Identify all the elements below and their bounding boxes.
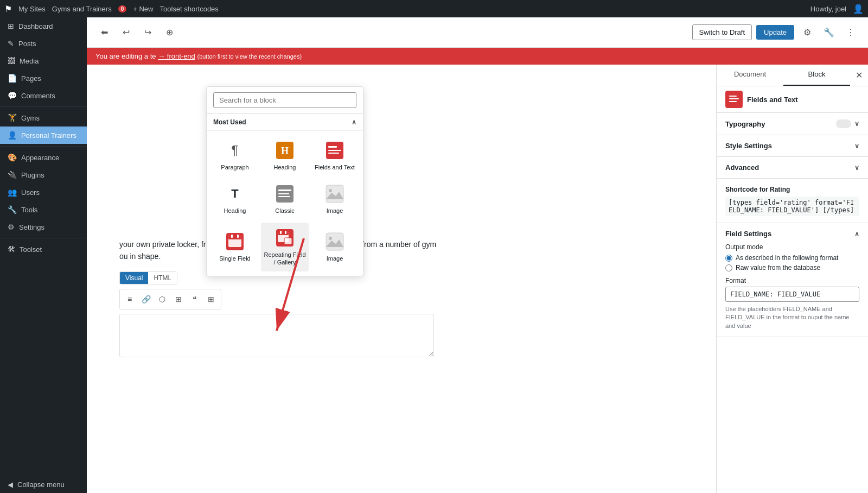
block-item-paragraph[interactable]: ¶ Paragraph bbox=[211, 135, 259, 176]
block-grid-most-used: ¶ Paragraph H bbox=[207, 131, 363, 276]
my-sites-link[interactable]: My Sites bbox=[18, 5, 46, 13]
settings-icon: ⚙ bbox=[8, 223, 15, 231]
avatar-icon[interactable]: 👤 bbox=[853, 4, 864, 14]
radio-raw-value-input[interactable] bbox=[725, 264, 732, 271]
media-icon: 🖼 bbox=[8, 56, 15, 65]
editor-toolbar: ≡ 🔗 ⬡ ⊞ ❝ ⊞ bbox=[119, 289, 221, 309]
field-settings-section: Field Settings ∧ Output mode As describe… bbox=[717, 223, 868, 337]
advanced-section-header[interactable]: Advanced ∨ bbox=[725, 163, 859, 172]
sidebar-item-label: Tools bbox=[21, 206, 37, 214]
sidebar-item-label: Dashboard bbox=[18, 22, 53, 30]
radio-raw-value-label: Raw value from the database bbox=[736, 264, 820, 271]
tab-block[interactable]: Block bbox=[783, 65, 850, 86]
fields-and-text-block-icon bbox=[325, 141, 344, 160]
link-button[interactable]: 🔗 bbox=[138, 292, 154, 307]
field-settings-section-header[interactable]: Field Settings ∧ bbox=[725, 230, 859, 238]
sidebar-item-plugins[interactable]: 🔌 Plugins bbox=[0, 166, 87, 184]
quote-button[interactable]: ❝ bbox=[187, 292, 202, 307]
block-item-repeating-field-gallery[interactable]: Repeating Field / Gallery bbox=[261, 223, 309, 272]
typography-toggle[interactable] bbox=[836, 119, 851, 128]
block-search-input[interactable] bbox=[213, 92, 356, 108]
editor-topbar-left: ⬅ ↩ ↪ ⊕ bbox=[95, 24, 178, 41]
sidebar-item-tools[interactable]: 🔧 Tools bbox=[0, 201, 87, 218]
shortcode-for-rating-code[interactable]: [types field='rating' format='FIELD_NAME… bbox=[725, 197, 859, 216]
right-panel: Document Block ✕ Fields and Text bbox=[716, 65, 868, 493]
block-inserter-button[interactable]: ⊕ bbox=[161, 24, 178, 41]
editor-main[interactable]: Most Used ∧ ¶ Paragraph bbox=[87, 65, 716, 493]
users-icon: 👥 bbox=[8, 188, 17, 197]
update-button[interactable]: Update bbox=[756, 25, 794, 40]
block-picker-popup[interactable]: Most Used ∧ ¶ Paragraph bbox=[206, 86, 363, 276]
image-block-label: Image bbox=[327, 207, 343, 214]
block-item-single-field[interactable]: Single Field bbox=[211, 223, 259, 272]
sidebar-item-users[interactable]: 👥 Users bbox=[0, 184, 87, 201]
settings-panel-button[interactable]: ⚙ bbox=[799, 24, 816, 41]
sidebar-item-gyms[interactable]: 🏋 Gyms bbox=[0, 109, 87, 127]
svg-rect-3 bbox=[328, 146, 337, 148]
format-input[interactable] bbox=[725, 287, 859, 302]
most-used-label: Most Used bbox=[213, 118, 246, 126]
svg-text:H: H bbox=[281, 146, 289, 156]
svg-rect-16 bbox=[231, 235, 233, 238]
table-button[interactable]: ⊞ bbox=[203, 292, 219, 307]
editor-textarea[interactable] bbox=[119, 314, 434, 357]
section-toggle-chevron[interactable]: ∧ bbox=[352, 118, 356, 126]
close-panel-button[interactable]: ✕ bbox=[850, 65, 868, 86]
sidebar-item-dashboard[interactable]: ⊞ Dashboard bbox=[0, 17, 87, 35]
comments-icon: 💬 bbox=[8, 91, 17, 100]
toolset-shortcodes-link[interactable]: Toolset shortcodes bbox=[159, 5, 218, 13]
collapse-menu-item[interactable]: ◀ Collapse menu bbox=[0, 476, 87, 493]
block-item-heading2[interactable]: T Heading bbox=[211, 179, 259, 220]
block-item-image[interactable]: Image bbox=[311, 179, 359, 220]
sidebar-item-toolset[interactable]: 🛠 Toolset bbox=[0, 241, 87, 258]
embed-button[interactable]: ⬡ bbox=[155, 292, 170, 307]
tab-document[interactable]: Document bbox=[717, 65, 783, 86]
sidebar-item-media[interactable]: 🖼 Media bbox=[0, 52, 87, 69]
back-button[interactable]: ⬅ bbox=[95, 24, 113, 41]
block-item-classic[interactable]: Classic bbox=[261, 179, 309, 220]
align-left-button[interactable]: ≡ bbox=[122, 292, 137, 307]
switch-draft-button[interactable]: Switch to Draft bbox=[692, 24, 752, 40]
content-area: ⬅ ↩ ↪ ⊕ Switch to Draft Update ⚙ 🔧 ⋮ You… bbox=[87, 17, 868, 493]
more-options-button[interactable]: ⋮ bbox=[842, 24, 859, 41]
svg-rect-23 bbox=[284, 238, 292, 244]
radio-as-described-input[interactable] bbox=[725, 255, 732, 262]
fields-and-text-panel-icon bbox=[725, 91, 743, 108]
sidebar-item-posts[interactable]: ✎ Posts bbox=[0, 35, 87, 52]
gyms-icon: 🏋 bbox=[8, 113, 17, 122]
columns-button[interactable]: ⊞ bbox=[171, 292, 186, 307]
site-name-link[interactable]: Gyms and Trainers bbox=[52, 5, 112, 13]
tools-button[interactable]: 🔧 bbox=[820, 24, 838, 41]
sidebar-separator-2 bbox=[0, 146, 87, 147]
svg-rect-22 bbox=[285, 231, 286, 234]
radio-as-described[interactable]: As described in the following format bbox=[725, 254, 859, 262]
shortcode-for-rating-section: Shortcode for Rating [types field='ratin… bbox=[717, 179, 868, 223]
typography-section-header[interactable]: Typography ∨ bbox=[725, 119, 859, 128]
sidebar-item-personal-trainers[interactable]: 👤 Personal Trainers bbox=[0, 127, 87, 144]
posts-icon: ✎ bbox=[8, 39, 14, 48]
howdy-label: Howdy, joel bbox=[810, 5, 846, 13]
new-post-link[interactable]: + New bbox=[133, 5, 153, 13]
style-settings-label: Style Settings bbox=[725, 142, 772, 150]
sidebar-item-settings[interactable]: ⚙ Settings bbox=[0, 218, 87, 236]
block-picker-body: Most Used ∧ ¶ Paragraph bbox=[207, 114, 363, 276]
wordpress-logo-icon: ⚑ bbox=[4, 4, 12, 14]
dashboard-icon: ⊞ bbox=[8, 22, 14, 30]
html-tab-button[interactable]: HTML bbox=[148, 272, 177, 284]
visual-tab-button[interactable]: Visual bbox=[120, 272, 148, 284]
heading-block-label: Heading bbox=[274, 163, 296, 171]
block-item-heading[interactable]: H Heading bbox=[261, 135, 309, 176]
block-item-fields-and-text[interactable]: Fields and Text bbox=[311, 135, 359, 176]
sidebar-item-comments[interactable]: 💬 Comments bbox=[0, 87, 87, 104]
sidebar-item-appearance[interactable]: 🎨 Appearance bbox=[0, 149, 87, 166]
sidebar-item-pages[interactable]: 📄 Pages bbox=[0, 69, 87, 87]
tools-icon: 🔧 bbox=[8, 205, 17, 214]
undo-button[interactable]: ↩ bbox=[117, 24, 135, 41]
notification-item[interactable]: 0 bbox=[118, 5, 127, 12]
editor-body: Most Used ∧ ¶ Paragraph bbox=[87, 65, 868, 493]
front-end-link[interactable]: → front-end bbox=[158, 52, 195, 60]
radio-raw-value[interactable]: Raw value from the database bbox=[725, 264, 859, 271]
block-item-image2[interactable]: Image bbox=[311, 223, 359, 272]
redo-button[interactable]: ↪ bbox=[139, 24, 156, 41]
style-settings-section-header[interactable]: Style Settings ∨ bbox=[725, 142, 859, 150]
